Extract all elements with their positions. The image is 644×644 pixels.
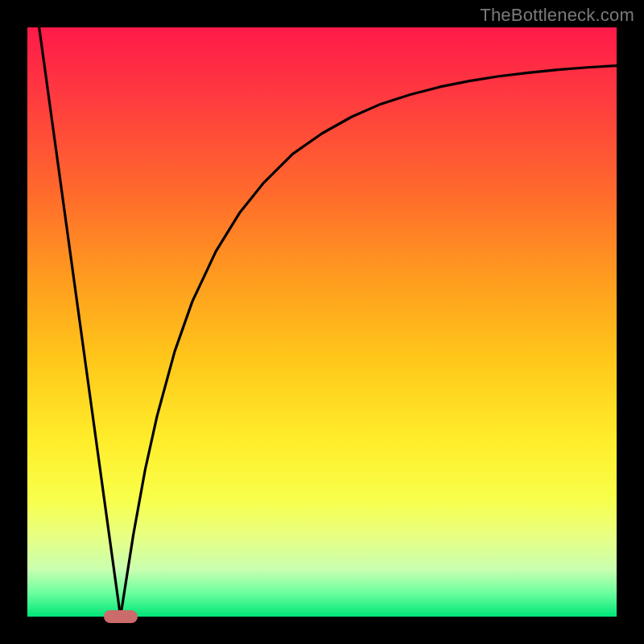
plot-area bbox=[27, 27, 617, 617]
curve-layer bbox=[27, 27, 617, 617]
right-branch-curve bbox=[121, 66, 617, 617]
watermark-text: TheBottleneck.com bbox=[480, 5, 634, 26]
valley-marker bbox=[104, 610, 138, 623]
left-branch-curve bbox=[39, 27, 121, 617]
chart-frame: TheBottleneck.com bbox=[0, 0, 644, 644]
